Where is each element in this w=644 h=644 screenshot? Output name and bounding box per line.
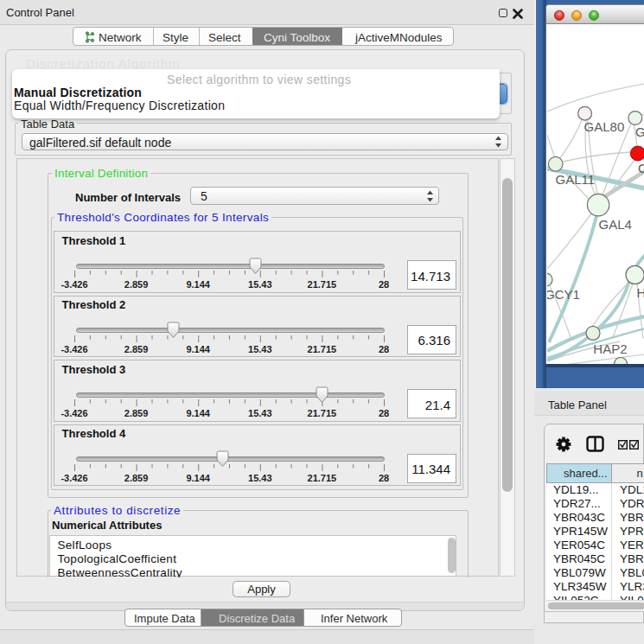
svg-text:GAL80: GAL80 xyxy=(584,119,625,134)
svg-text:CD: CD xyxy=(638,161,644,175)
svg-text:GAL11: GAL11 xyxy=(556,172,596,187)
svg-text:GCY1: GCY1 xyxy=(547,287,580,302)
svg-text:HA: HA xyxy=(636,285,644,300)
svg-text:GAL4: GAL4 xyxy=(599,217,632,232)
svg-text:HAP2: HAP2 xyxy=(593,341,627,356)
svg-text:GAL2: GAL2 xyxy=(635,124,644,139)
